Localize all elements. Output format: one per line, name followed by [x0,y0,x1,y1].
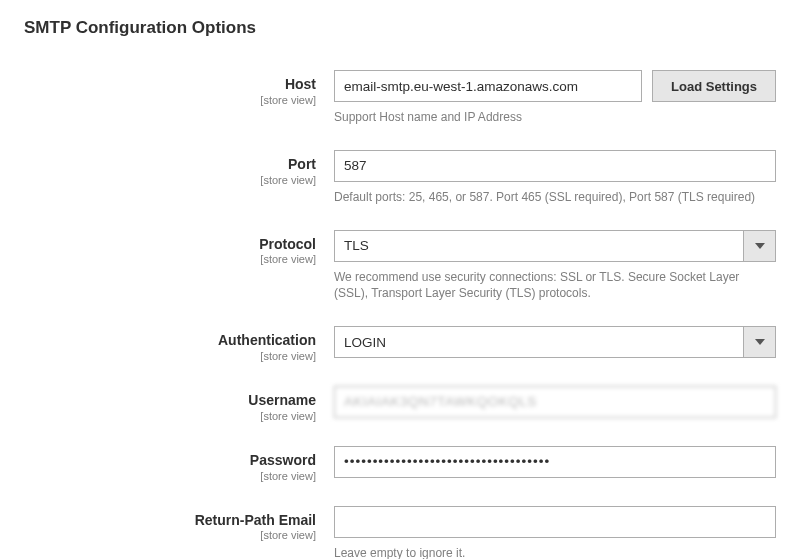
username-input[interactable] [334,386,776,418]
label-protocol: Protocol [store view] [24,230,334,266]
load-settings-button[interactable]: Load Settings [652,70,776,102]
protocol-select-value: TLS [334,230,744,262]
label-host-scope: [store view] [24,94,316,106]
label-host: Host [store view] [24,70,334,106]
return-path-input[interactable] [334,506,776,538]
label-return-path: Return-Path Email [store view] [24,506,334,542]
label-return-path-scope: [store view] [24,529,316,541]
host-help: Support Host name and IP Address [334,109,774,126]
row-protocol: Protocol [store view] TLS We recommend u… [24,230,776,303]
row-username: Username [store view] [24,386,776,422]
section-title: SMTP Configuration Options [24,18,776,38]
label-host-text: Host [24,76,316,93]
chevron-down-icon [744,326,776,358]
auth-select-value: LOGIN [334,326,744,358]
label-port-scope: [store view] [24,174,316,186]
host-input[interactable] [334,70,642,102]
label-auth-text: Authentication [24,332,316,349]
chevron-down-icon [744,230,776,262]
label-password: Password [store view] [24,446,334,482]
password-input[interactable] [334,446,776,478]
row-password: Password [store view] [24,446,776,482]
auth-select[interactable]: LOGIN [334,326,776,358]
label-port: Port [store view] [24,150,334,186]
label-return-path-text: Return-Path Email [24,512,316,529]
protocol-select[interactable]: TLS [334,230,776,262]
row-auth: Authentication [store view] LOGIN [24,326,776,362]
label-username-text: Username [24,392,316,409]
label-protocol-text: Protocol [24,236,316,253]
row-port: Port [store view] Default ports: 25, 465… [24,150,776,206]
label-auth: Authentication [store view] [24,326,334,362]
label-protocol-scope: [store view] [24,253,316,265]
smtp-config-form: Host [store view] Load Settings Support … [24,70,776,559]
label-password-scope: [store view] [24,470,316,482]
label-username: Username [store view] [24,386,334,422]
label-username-scope: [store view] [24,410,316,422]
label-auth-scope: [store view] [24,350,316,362]
port-help: Default ports: 25, 465, or 587. Port 465… [334,189,774,206]
return-path-help: Leave empty to ignore it. [334,545,774,559]
row-return-path: Return-Path Email [store view] Leave emp… [24,506,776,559]
port-input[interactable] [334,150,776,182]
row-host: Host [store view] Load Settings Support … [24,70,776,126]
label-password-text: Password [24,452,316,469]
protocol-help: We recommend use security connections: S… [334,269,774,303]
label-port-text: Port [24,156,316,173]
